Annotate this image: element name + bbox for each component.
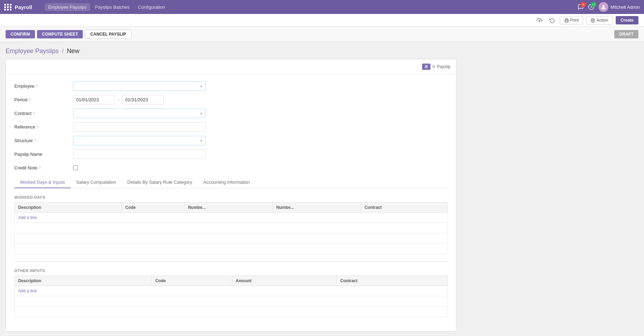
worked-days-table: Description Code Numbe... Numbe... Contr…	[14, 202, 448, 254]
reference-input[interactable]	[73, 122, 206, 132]
period-help[interactable]: ?	[29, 98, 31, 102]
grid-icon	[4, 4, 12, 10]
other-inputs-add-cell: Add a line	[15, 286, 448, 296]
refresh-button[interactable]	[547, 16, 557, 24]
other-inputs-empty-row1	[15, 296, 448, 307]
period-dates: -	[73, 95, 206, 104]
reference-label: Reference ?	[14, 122, 70, 130]
breadcrumb-current: New	[67, 48, 79, 54]
contract-label: Contract ?	[14, 109, 70, 116]
card-body: Employee ? ▼ Peri	[6, 74, 456, 331]
tab-accounting-information[interactable]: Accounting Information	[198, 177, 255, 188]
form-section: Employee ? ▼ Peri	[14, 81, 224, 171]
print-button[interactable]: Print	[560, 16, 584, 24]
oi-col-contract: Contract	[337, 276, 447, 286]
action-button[interactable]: Action	[586, 16, 613, 24]
chat-icon-wrapper[interactable]: 5	[578, 4, 584, 10]
worked-days-add-row: Add a line	[15, 213, 448, 223]
section-divider	[14, 261, 448, 262]
activity-icon-wrapper[interactable]: 17	[588, 4, 594, 10]
svg-point-1	[602, 5, 605, 7]
tab-content-worked-days: WORKED DAYS Description Code Numbe... Nu…	[14, 188, 448, 324]
tabs: Worked Days & Inputs Salary Computation …	[14, 177, 448, 188]
apps-menu[interactable]: Payroll	[4, 4, 39, 10]
confirm-button[interactable]: CONFIRM	[6, 30, 35, 38]
other-inputs-table: Description Code Amount Contract Add a l…	[14, 276, 448, 317]
topnav-right: 5 17 Mitchell Admin	[578, 2, 640, 12]
tab-salary-computation[interactable]: Salary Computation	[71, 177, 122, 188]
payslip-name-input[interactable]	[73, 149, 206, 159]
action-label: Action	[596, 18, 608, 23]
upload-icon	[537, 17, 542, 23]
worked-days-tbody: Add a line	[15, 213, 448, 254]
worked-days-empty-row2	[15, 233, 448, 244]
col-contract: Contract	[361, 203, 448, 213]
worked-days-thead: Description Code Numbe... Numbe... Contr…	[15, 203, 448, 213]
worked-days-section-header: WORKED DAYS	[14, 195, 448, 199]
contract-help[interactable]: ?	[33, 111, 35, 116]
worked-days-header-row: Description Code Numbe... Numbe... Contr…	[15, 203, 448, 213]
other-inputs-add-line[interactable]: Add a line	[18, 288, 37, 293]
period-label: Period ?	[14, 95, 70, 102]
menu-employee-payslips[interactable]: Employee Payslips	[45, 3, 90, 11]
credit-note-control	[73, 163, 206, 171]
payslip-name-label: Payslip Name	[14, 149, 70, 157]
employee-label: Employee ?	[14, 81, 70, 89]
employee-control: ▼	[73, 81, 206, 91]
worked-days-add-line[interactable]: Add a line	[18, 215, 37, 220]
period-from-input[interactable]	[73, 95, 115, 104]
period-control: -	[73, 95, 206, 104]
employee-select[interactable]	[73, 81, 206, 91]
contract-row: Contract ? ▼	[14, 109, 224, 118]
payslip-count[interactable]: 0 Payslip	[422, 64, 450, 70]
tab-details-salary-rule[interactable]: Details By Salary Rule Category	[122, 177, 198, 188]
menu-configuration[interactable]: Configuration	[135, 3, 168, 11]
payslip-doc-icon	[424, 64, 429, 69]
col-code: Code	[122, 203, 184, 213]
payslip-label: Payslip	[437, 64, 450, 69]
employee-row: Employee ? ▼	[14, 81, 224, 91]
worked-days-empty-row3	[15, 244, 448, 254]
other-inputs-add-row: Add a line	[15, 286, 448, 296]
other-inputs-empty-row2	[15, 307, 448, 317]
avatar	[599, 2, 608, 12]
employee-select-wrapper: ▼	[73, 81, 206, 91]
toolbar-right: Print Action Create	[535, 16, 638, 24]
svg-point-4	[592, 20, 593, 21]
compute-sheet-button[interactable]: COMPUTE SHEET	[37, 30, 83, 38]
structure-select[interactable]	[73, 136, 206, 145]
payslip-count-number: 0	[433, 64, 435, 69]
structure-help[interactable]: ?	[34, 139, 36, 143]
contract-select[interactable]	[73, 109, 206, 118]
period-separator: -	[118, 97, 119, 102]
col-numbe1: Numbe...	[184, 203, 273, 213]
reference-help[interactable]: ?	[37, 125, 39, 129]
action-bar: CONFIRM COMPUTE SHEET CANCEL PAYSLIP DRA…	[0, 27, 644, 42]
reference-row: Reference ?	[14, 122, 224, 132]
create-button[interactable]: Create	[616, 16, 638, 24]
worked-days-add-cell: Add a line	[15, 213, 448, 223]
structure-select-wrapper: ▼	[73, 136, 206, 145]
structure-label: Structure ?	[14, 136, 70, 143]
cancel-payslip-button[interactable]: CANCEL PAYSLIP	[85, 30, 131, 39]
other-inputs-section-header: OTHER INPUTS	[14, 269, 448, 273]
main-card: 0 Payslip Employee ?	[6, 59, 456, 331]
activity-badge: 17	[591, 2, 596, 7]
credit-note-help[interactable]: ?	[38, 166, 41, 170]
col-numbe2: Numbe...	[273, 203, 361, 213]
svg-rect-3	[565, 21, 568, 22]
breadcrumb-parent[interactable]: Employee Payslips	[6, 48, 59, 54]
credit-note-row: Credit Note ?	[14, 163, 224, 171]
employee-help[interactable]: ?	[36, 84, 38, 88]
structure-row: Structure ? ▼	[14, 136, 224, 145]
period-row: Period ? -	[14, 95, 224, 104]
user-menu[interactable]: Mitchell Admin	[599, 2, 640, 12]
menu-payslips-batches[interactable]: Payslips Batches	[92, 3, 133, 11]
upload-button[interactable]	[535, 16, 544, 24]
app-brand: Payroll	[15, 4, 32, 10]
top-navigation: Payroll Employee Payslips Payslips Batch…	[0, 0, 644, 14]
period-to-input[interactable]	[122, 95, 164, 104]
tab-worked-days[interactable]: Worked Days & Inputs	[14, 177, 71, 188]
payslip-name-control	[73, 149, 206, 159]
credit-note-checkbox[interactable]	[73, 165, 78, 170]
